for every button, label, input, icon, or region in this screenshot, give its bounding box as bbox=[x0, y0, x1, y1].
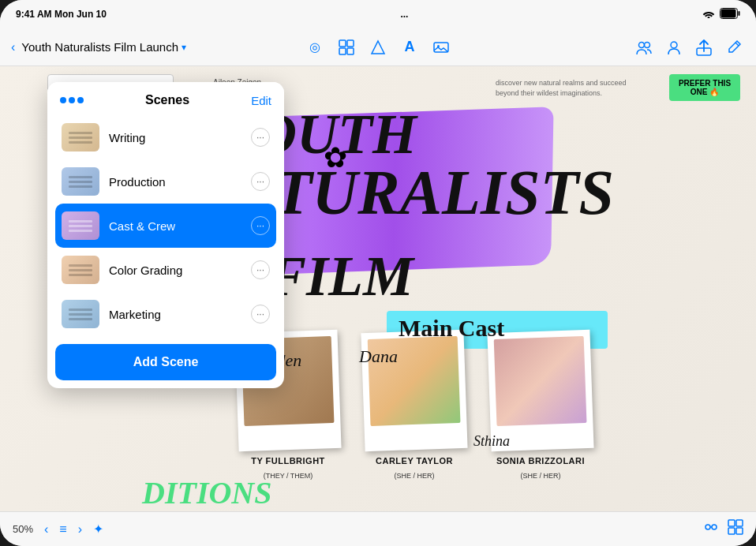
status-dots: ... bbox=[400, 9, 408, 20]
status-bar-left: 9:41 AM Mon Jun 10 bbox=[16, 9, 107, 20]
media-icon[interactable] bbox=[430, 36, 452, 58]
scene-item-cast-crew[interactable]: Cast & Crew ··· bbox=[55, 204, 276, 248]
marketing-more-button[interactable]: ··· bbox=[251, 305, 270, 323]
svg-rect-19 bbox=[736, 520, 743, 526]
scenes-panel: Scenes Edit Writing ··· Product bbox=[47, 82, 284, 388]
scene-list: Writing ··· Production ··· Cast & bbox=[47, 115, 284, 336]
page-list-button[interactable]: ≡ bbox=[56, 519, 69, 540]
production-label: Production bbox=[109, 175, 241, 189]
svg-marker-7 bbox=[372, 41, 384, 54]
production-thumb bbox=[62, 167, 99, 196]
circle-a-icon[interactable]: ◎ bbox=[304, 36, 326, 58]
film-label: FILM bbox=[268, 248, 414, 305]
ty-name: TY FULLBRIGHT bbox=[251, 456, 325, 466]
scene-item-color-grading[interactable]: Color Grading ··· bbox=[55, 248, 276, 292]
pencil-icon[interactable] bbox=[723, 36, 745, 58]
zoom-level[interactable]: 50% bbox=[13, 523, 33, 535]
svg-rect-5 bbox=[339, 48, 346, 54]
svg-rect-4 bbox=[347, 40, 354, 47]
writing-thumb bbox=[62, 123, 99, 151]
grid-view-icon[interactable] bbox=[728, 519, 743, 539]
status-bar-center: ... bbox=[400, 9, 408, 20]
production-more-button[interactable]: ··· bbox=[251, 172, 270, 191]
title-dropdown-icon: ▾ bbox=[182, 42, 186, 53]
toolbar-right bbox=[460, 36, 745, 58]
svg-rect-3 bbox=[339, 40, 346, 47]
scene-item-marketing[interactable]: Marketing ··· bbox=[55, 292, 276, 336]
svg-rect-6 bbox=[347, 48, 354, 54]
toolbar-left: ‹ Youth Naturalists Film Launch ▾ bbox=[11, 40, 296, 54]
back-button[interactable]: ‹ bbox=[11, 40, 15, 54]
writing-more-button[interactable]: ··· bbox=[251, 128, 270, 147]
share-icon[interactable] bbox=[693, 36, 715, 58]
cast-crew-more-button[interactable]: ··· bbox=[251, 216, 270, 235]
dot-3 bbox=[77, 97, 84, 103]
status-bar: 9:41 AM Mon Jun 10 ... bbox=[0, 0, 756, 28]
scene-item-production[interactable]: Production ··· bbox=[55, 159, 276, 204]
cast-crew-thumb bbox=[62, 211, 99, 240]
sonia-photo bbox=[494, 336, 587, 426]
scene-item-writing[interactable]: Writing ··· bbox=[55, 115, 276, 159]
canvas-area: Aileen Zeigen discover new natural realm… bbox=[0, 66, 756, 511]
svg-point-10 bbox=[639, 42, 645, 47]
scenes-edit-button[interactable]: Edit bbox=[251, 94, 271, 107]
marketing-label: Marketing bbox=[109, 308, 241, 321]
svg-point-11 bbox=[645, 42, 650, 47]
toolbar: ‹ Youth Naturalists Film Launch ▾ ◎ A bbox=[0, 28, 756, 66]
time-display: 9:41 AM Mon Jun 10 bbox=[16, 9, 107, 20]
carley-name: CARLEY TAYLOR bbox=[376, 456, 453, 466]
writing-label: Writing bbox=[109, 131, 241, 144]
panel-dots[interactable] bbox=[60, 97, 84, 103]
cast-photo-sonia: SONIA BRIZZOLARI (SHE / HER) bbox=[489, 331, 592, 480]
svg-point-15 bbox=[705, 525, 710, 529]
scenes-header: Scenes Edit bbox=[47, 82, 284, 115]
svg-point-16 bbox=[712, 525, 717, 529]
prefer-note-card: PREFER THIS ONE 🔥 bbox=[669, 74, 740, 101]
main-cast-label: Main Cast bbox=[399, 315, 504, 342]
ipad-frame: 9:41 AM Mon Jun 10 ... bbox=[0, 0, 756, 546]
svg-rect-18 bbox=[728, 520, 735, 526]
svg-line-14 bbox=[735, 43, 739, 46]
color-grading-thumb bbox=[62, 256, 99, 284]
svg-rect-21 bbox=[736, 528, 743, 534]
next-page-button[interactable]: › bbox=[75, 519, 85, 540]
person-icon[interactable] bbox=[663, 36, 685, 58]
color-grading-more-button[interactable]: ··· bbox=[251, 260, 270, 279]
status-bar-right bbox=[702, 8, 740, 21]
flower-decoration: ✿ bbox=[324, 141, 347, 174]
bottom-bar: 50% ‹ ≡ › ✦ bbox=[0, 511, 756, 546]
battery-icon bbox=[720, 8, 740, 21]
sonia-name: SONIA BRIZZOLARI bbox=[496, 456, 585, 466]
page-nav: ‹ ≡ › bbox=[41, 519, 85, 540]
color-grading-label: Color Grading bbox=[109, 264, 241, 277]
shapes-icon[interactable] bbox=[367, 36, 389, 58]
dana-signature: Dana bbox=[359, 346, 398, 367]
sonia-pronouns: (SHE / HER) bbox=[520, 472, 560, 480]
scenes-title: Scenes bbox=[145, 93, 189, 107]
layout-icon[interactable] bbox=[335, 36, 357, 58]
text-icon[interactable]: A bbox=[399, 36, 421, 58]
dot-1 bbox=[60, 97, 66, 103]
svg-point-12 bbox=[671, 42, 677, 48]
star-page-button[interactable]: ✦ bbox=[93, 522, 103, 537]
wifi-icon bbox=[702, 9, 715, 21]
svg-rect-1 bbox=[721, 9, 736, 17]
cast-crew-label: Cast & Crew bbox=[109, 219, 241, 233]
svg-rect-20 bbox=[728, 528, 735, 534]
dot-2 bbox=[69, 97, 75, 103]
discover-text: discover new natural realms and succeed … bbox=[496, 78, 638, 98]
link-icon[interactable] bbox=[702, 519, 720, 539]
marketing-thumb bbox=[62, 300, 99, 328]
prev-page-button[interactable]: ‹ bbox=[41, 519, 51, 540]
svg-rect-2 bbox=[739, 11, 740, 16]
toolbar-center: ◎ A bbox=[304, 36, 452, 58]
collaborate-icon[interactable] bbox=[633, 36, 655, 58]
document-title[interactable]: Youth Naturalists Film Launch ▾ bbox=[21, 40, 186, 54]
bottom-ditions-text: DITIONS bbox=[142, 474, 271, 511]
athina-signature: Sthina bbox=[473, 433, 510, 450]
carley-pronouns: (SHE / HER) bbox=[394, 472, 434, 480]
bottom-right-tools bbox=[702, 519, 743, 539]
add-scene-button[interactable]: Add Scene bbox=[55, 344, 276, 380]
